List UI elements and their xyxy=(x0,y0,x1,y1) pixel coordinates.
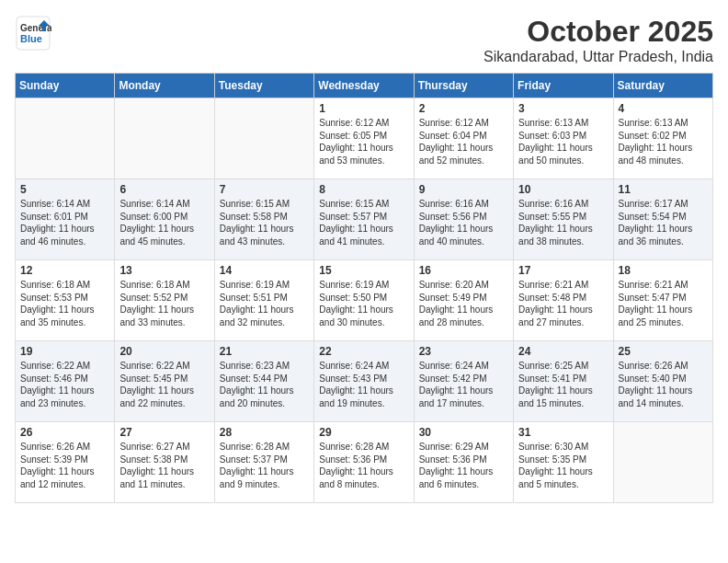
page-header: General Blue October 2025 Sikandarabad, … xyxy=(15,15,713,65)
calendar-cell: 19Sunrise: 6:22 AM Sunset: 5:46 PM Dayli… xyxy=(16,341,115,422)
day-number: 16 xyxy=(419,264,508,277)
calendar-cell: 3Sunrise: 6:13 AM Sunset: 6:03 PM Daylig… xyxy=(514,98,613,179)
day-info: Sunrise: 6:26 AM Sunset: 5:40 PM Dayligh… xyxy=(619,360,708,409)
calendar-cell: 7Sunrise: 6:15 AM Sunset: 5:58 PM Daylig… xyxy=(214,179,313,260)
day-info: Sunrise: 6:29 AM Sunset: 5:36 PM Dayligh… xyxy=(419,441,508,490)
weekday-header: Tuesday xyxy=(214,74,313,98)
day-number: 12 xyxy=(20,264,109,277)
calendar-week-row: 19Sunrise: 6:22 AM Sunset: 5:46 PM Dayli… xyxy=(16,341,713,422)
calendar-cell: 23Sunrise: 6:24 AM Sunset: 5:42 PM Dayli… xyxy=(414,341,513,422)
day-number: 20 xyxy=(119,345,209,358)
day-number: 23 xyxy=(419,345,508,358)
day-info: Sunrise: 6:19 AM Sunset: 5:51 PM Dayligh… xyxy=(220,279,309,328)
day-number: 31 xyxy=(518,426,608,439)
day-info: Sunrise: 6:24 AM Sunset: 5:43 PM Dayligh… xyxy=(319,360,408,409)
day-info: Sunrise: 6:28 AM Sunset: 5:36 PM Dayligh… xyxy=(319,441,408,490)
day-info: Sunrise: 6:27 AM Sunset: 5:38 PM Dayligh… xyxy=(119,441,209,490)
calendar-cell: 9Sunrise: 6:16 AM Sunset: 5:56 PM Daylig… xyxy=(414,179,513,260)
day-number: 27 xyxy=(119,426,209,439)
calendar-cell: 20Sunrise: 6:22 AM Sunset: 5:45 PM Dayli… xyxy=(115,341,214,422)
calendar-cell xyxy=(214,98,313,179)
day-number: 22 xyxy=(319,345,408,358)
day-info: Sunrise: 6:14 AM Sunset: 6:01 PM Dayligh… xyxy=(20,198,109,247)
day-number: 10 xyxy=(518,183,608,196)
calendar-cell: 12Sunrise: 6:18 AM Sunset: 5:53 PM Dayli… xyxy=(16,260,115,341)
calendar-cell: 29Sunrise: 6:28 AM Sunset: 5:36 PM Dayli… xyxy=(314,422,414,503)
weekday-header: Sunday xyxy=(16,74,115,98)
calendar-cell: 1Sunrise: 6:12 AM Sunset: 6:05 PM Daylig… xyxy=(314,98,414,179)
calendar-cell: 18Sunrise: 6:21 AM Sunset: 5:47 PM Dayli… xyxy=(613,260,712,341)
day-info: Sunrise: 6:18 AM Sunset: 5:53 PM Dayligh… xyxy=(20,279,109,328)
weekday-header: Monday xyxy=(115,74,214,98)
day-info: Sunrise: 6:30 AM Sunset: 5:35 PM Dayligh… xyxy=(518,441,608,490)
day-number: 11 xyxy=(619,183,708,196)
day-info: Sunrise: 6:12 AM Sunset: 6:04 PM Dayligh… xyxy=(419,117,508,167)
calendar-cell: 6Sunrise: 6:14 AM Sunset: 6:00 PM Daylig… xyxy=(115,179,214,260)
day-number: 25 xyxy=(619,345,708,358)
day-number: 26 xyxy=(20,426,109,439)
calendar-cell: 5Sunrise: 6:14 AM Sunset: 6:01 PM Daylig… xyxy=(16,179,115,260)
day-number: 24 xyxy=(518,345,608,358)
calendar-week-row: 1Sunrise: 6:12 AM Sunset: 6:05 PM Daylig… xyxy=(16,98,713,179)
calendar-cell: 22Sunrise: 6:24 AM Sunset: 5:43 PM Dayli… xyxy=(314,341,414,422)
day-number: 17 xyxy=(518,264,608,277)
day-info: Sunrise: 6:15 AM Sunset: 5:57 PM Dayligh… xyxy=(319,198,408,247)
month-title: October 2025 xyxy=(483,15,713,49)
calendar-cell: 10Sunrise: 6:16 AM Sunset: 5:55 PM Dayli… xyxy=(514,179,613,260)
day-number: 29 xyxy=(319,426,408,439)
day-number: 28 xyxy=(220,426,309,439)
day-info: Sunrise: 6:21 AM Sunset: 5:47 PM Dayligh… xyxy=(619,279,708,328)
day-number: 2 xyxy=(419,102,508,115)
weekday-header: Thursday xyxy=(414,74,513,98)
calendar-week-row: 26Sunrise: 6:26 AM Sunset: 5:39 PM Dayli… xyxy=(16,422,713,503)
calendar-cell: 27Sunrise: 6:27 AM Sunset: 5:38 PM Dayli… xyxy=(115,422,214,503)
day-number: 30 xyxy=(419,426,508,439)
day-info: Sunrise: 6:22 AM Sunset: 5:46 PM Dayligh… xyxy=(20,360,109,409)
day-info: Sunrise: 6:21 AM Sunset: 5:48 PM Dayligh… xyxy=(518,279,608,328)
weekday-header: Wednesday xyxy=(314,74,414,98)
calendar-cell: 11Sunrise: 6:17 AM Sunset: 5:54 PM Dayli… xyxy=(613,179,712,260)
calendar-cell: 24Sunrise: 6:25 AM Sunset: 5:41 PM Dayli… xyxy=(514,341,613,422)
weekday-header-row: SundayMondayTuesdayWednesdayThursdayFrid… xyxy=(16,74,713,98)
day-info: Sunrise: 6:20 AM Sunset: 5:49 PM Dayligh… xyxy=(419,279,508,328)
day-number: 1 xyxy=(319,102,408,115)
calendar-cell: 17Sunrise: 6:21 AM Sunset: 5:48 PM Dayli… xyxy=(514,260,613,341)
day-info: Sunrise: 6:18 AM Sunset: 5:52 PM Dayligh… xyxy=(119,279,209,328)
day-info: Sunrise: 6:12 AM Sunset: 6:05 PM Dayligh… xyxy=(319,117,408,167)
day-info: Sunrise: 6:14 AM Sunset: 6:00 PM Dayligh… xyxy=(119,198,209,247)
day-info: Sunrise: 6:16 AM Sunset: 5:56 PM Dayligh… xyxy=(419,198,508,247)
calendar-cell: 28Sunrise: 6:28 AM Sunset: 5:37 PM Dayli… xyxy=(214,422,313,503)
day-info: Sunrise: 6:17 AM Sunset: 5:54 PM Dayligh… xyxy=(619,198,708,247)
day-number: 9 xyxy=(419,183,508,196)
day-number: 14 xyxy=(220,264,309,277)
calendar-cell: 13Sunrise: 6:18 AM Sunset: 5:52 PM Dayli… xyxy=(115,260,214,341)
day-info: Sunrise: 6:13 AM Sunset: 6:03 PM Dayligh… xyxy=(518,117,608,167)
calendar-cell: 16Sunrise: 6:20 AM Sunset: 5:49 PM Dayli… xyxy=(414,260,513,341)
day-number: 6 xyxy=(119,183,209,196)
day-number: 18 xyxy=(619,264,708,277)
calendar-week-row: 5Sunrise: 6:14 AM Sunset: 6:01 PM Daylig… xyxy=(16,179,713,260)
calendar-table: SundayMondayTuesdayWednesdayThursdayFrid… xyxy=(15,73,713,503)
day-number: 8 xyxy=(319,183,408,196)
day-number: 15 xyxy=(319,264,408,277)
calendar-cell: 8Sunrise: 6:15 AM Sunset: 5:57 PM Daylig… xyxy=(314,179,414,260)
day-info: Sunrise: 6:26 AM Sunset: 5:39 PM Dayligh… xyxy=(20,441,109,490)
calendar-cell: 15Sunrise: 6:19 AM Sunset: 5:50 PM Dayli… xyxy=(314,260,414,341)
day-info: Sunrise: 6:22 AM Sunset: 5:45 PM Dayligh… xyxy=(119,360,209,409)
day-number: 4 xyxy=(619,102,708,115)
day-number: 5 xyxy=(20,183,109,196)
calendar-cell xyxy=(613,422,712,503)
calendar-week-row: 12Sunrise: 6:18 AM Sunset: 5:53 PM Dayli… xyxy=(16,260,713,341)
weekday-header: Friday xyxy=(514,74,613,98)
calendar-cell: 14Sunrise: 6:19 AM Sunset: 5:51 PM Dayli… xyxy=(214,260,313,341)
calendar-cell: 25Sunrise: 6:26 AM Sunset: 5:40 PM Dayli… xyxy=(613,341,712,422)
title-area: October 2025 Sikandarabad, Uttar Pradesh… xyxy=(483,15,713,65)
weekday-header: Saturday xyxy=(613,74,712,98)
day-number: 7 xyxy=(220,183,309,196)
day-info: Sunrise: 6:13 AM Sunset: 6:02 PM Dayligh… xyxy=(619,117,708,167)
day-info: Sunrise: 6:16 AM Sunset: 5:55 PM Dayligh… xyxy=(518,198,608,247)
logo: General Blue xyxy=(15,15,51,52)
day-info: Sunrise: 6:19 AM Sunset: 5:50 PM Dayligh… xyxy=(319,279,408,328)
svg-text:Blue: Blue xyxy=(20,33,42,44)
day-number: 21 xyxy=(220,345,309,358)
